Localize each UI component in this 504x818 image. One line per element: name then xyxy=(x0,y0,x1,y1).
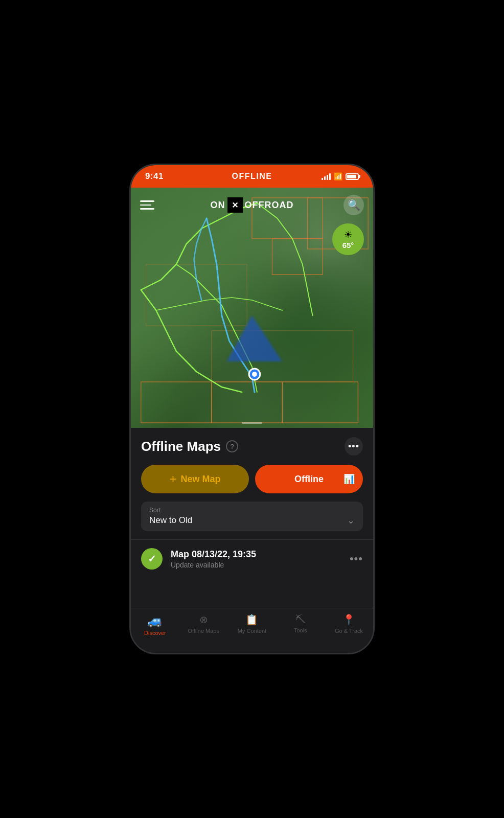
status-time: 9:41 xyxy=(145,171,164,181)
sort-label: Sort xyxy=(149,507,355,514)
status-bar: 9:41 OFFLINE 📶 xyxy=(131,165,373,188)
svg-rect-5 xyxy=(141,382,212,423)
brand-x-icon: ✕ xyxy=(232,200,238,210)
help-icon: ? xyxy=(230,443,234,450)
search-icon: 🔍 xyxy=(348,199,360,211)
weather-sun-icon: ☀ xyxy=(344,229,352,240)
map-item-subtitle: Update available xyxy=(171,561,341,569)
nav-item-tools[interactable]: ⛏ Tools xyxy=(276,614,325,633)
phone-shell: 9:41 OFFLINE 📶 xyxy=(129,164,375,654)
weather-widget[interactable]: ☀ 65° xyxy=(332,223,364,255)
status-icons: 📶 xyxy=(322,172,359,180)
discover-icon: 🚙 xyxy=(147,614,163,628)
map-header: ON ✕ OFFROAD 🔍 xyxy=(131,195,373,215)
go-track-icon: 📍 xyxy=(342,614,355,626)
weather-temperature: 65° xyxy=(342,241,354,249)
panel-more-button[interactable]: ••• xyxy=(345,437,363,456)
map-area[interactable]: ON ✕ OFFROAD 🔍 ☀ 65° xyxy=(131,188,373,428)
brand-offroad-text: OFFROAD xyxy=(245,200,294,211)
help-button[interactable]: ? xyxy=(226,440,238,452)
sort-row: New to Old ⌄ xyxy=(149,515,355,526)
bottom-panel: Offline Maps ? ••• + New Map Offline 📊 S… xyxy=(131,428,373,653)
panel-header: Offline Maps ? ••• xyxy=(131,428,373,463)
sort-value: New to Old xyxy=(149,515,192,526)
map-item-title: Map 08/13/22, 19:35 xyxy=(171,549,341,560)
svg-rect-3 xyxy=(212,382,282,423)
svg-rect-4 xyxy=(282,382,358,423)
tools-icon: ⛏ xyxy=(295,614,306,625)
action-buttons-row: + New Map Offline 📊 xyxy=(131,463,373,502)
signal-bars-icon xyxy=(322,173,331,180)
my-content-label: My Content xyxy=(238,628,266,634)
tools-label: Tools xyxy=(294,627,307,633)
nav-item-offline-maps[interactable]: ⊗ Offline Maps xyxy=(179,614,228,634)
svg-point-10 xyxy=(252,372,257,377)
search-button[interactable]: 🔍 xyxy=(343,195,364,215)
svg-marker-8 xyxy=(227,315,283,361)
map-item-status-icon: ✓ xyxy=(141,548,163,570)
nav-item-go-track[interactable]: 📍 Go & Track xyxy=(325,614,373,634)
map-list-item[interactable]: ✓ Map 08/13/22, 19:35 Update available •… xyxy=(131,540,373,578)
map-brand: ON ✕ OFFROAD xyxy=(211,197,294,213)
brand-x-box: ✕ xyxy=(227,197,243,213)
bottom-navigation: 🚙 Discover ⊗ Offline Maps 📋 My Content ⛏… xyxy=(131,608,373,653)
new-map-button[interactable]: + New Map xyxy=(141,465,249,493)
nav-item-discover[interactable]: 🚙 Discover xyxy=(131,614,179,636)
map-item-info: Map 08/13/22, 19:35 Update available xyxy=(171,549,341,569)
discover-label: Discover xyxy=(144,630,166,636)
map-item-more-button[interactable]: ••• xyxy=(350,552,363,565)
wifi-icon: 📶 xyxy=(334,172,342,180)
battery-icon xyxy=(346,173,359,180)
my-content-icon: 📋 xyxy=(245,614,258,626)
offline-button[interactable]: Offline 📊 xyxy=(255,465,363,493)
nav-item-my-content[interactable]: 📋 My Content xyxy=(228,614,277,634)
panel-title: Offline Maps xyxy=(141,439,221,455)
map-svg-overlay xyxy=(131,188,373,428)
svg-rect-1 xyxy=(272,239,323,275)
offline-maps-label: Offline Maps xyxy=(188,628,219,634)
offline-label: Offline xyxy=(294,474,324,485)
new-map-plus-icon: + xyxy=(169,472,176,486)
scroll-indicator xyxy=(242,422,262,424)
offline-maps-icon: ⊗ xyxy=(199,614,208,626)
sort-dropdown[interactable]: Sort New to Old ⌄ xyxy=(141,502,363,531)
brand-on-text: ON xyxy=(211,200,225,211)
hamburger-button[interactable] xyxy=(140,195,161,215)
checkmark-icon: ✓ xyxy=(148,553,156,565)
go-track-label: Go & Track xyxy=(335,628,363,634)
svg-rect-7 xyxy=(146,264,247,326)
offline-chart-icon: 📊 xyxy=(343,473,355,485)
new-map-label: New Map xyxy=(181,474,221,485)
chevron-down-icon: ⌄ xyxy=(347,515,355,526)
more-dots-icon: ••• xyxy=(348,441,359,452)
network-status: OFFLINE xyxy=(232,172,272,181)
panel-title-area: Offline Maps ? xyxy=(141,439,238,455)
